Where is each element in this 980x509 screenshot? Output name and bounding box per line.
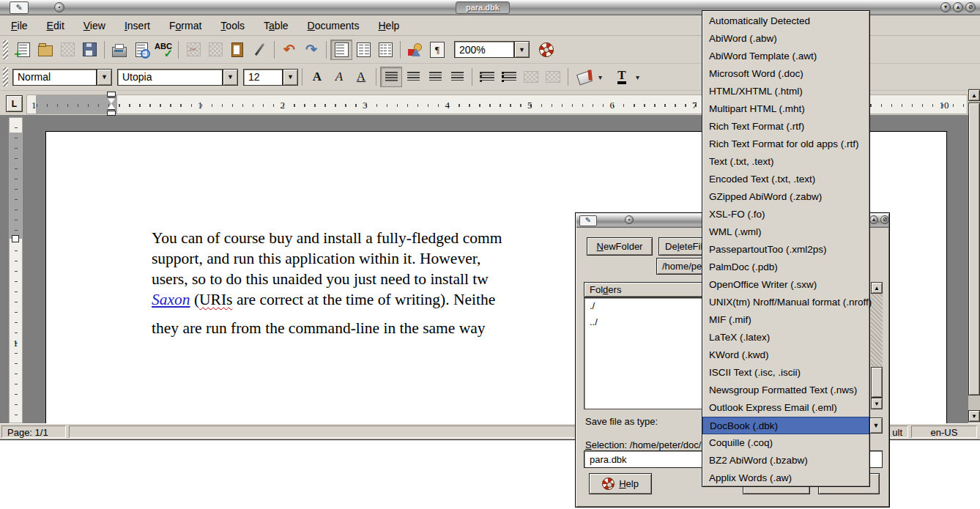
- undo-button[interactable]: ↶: [278, 40, 300, 60]
- open-button[interactable]: [34, 40, 56, 60]
- font-size-dropdown-button[interactable]: ▼: [283, 69, 298, 86]
- format-option[interactable]: BZ2 AbiWord (.bzabw): [702, 452, 869, 469]
- zoom-input[interactable]: 200%: [454, 41, 514, 58]
- format-option[interactable]: HTML/XHTML (.html): [702, 83, 869, 100]
- highlight-color-button[interactable]: [572, 67, 597, 87]
- format-option[interactable]: Multipart HTML (.mht): [702, 100, 869, 118]
- show-formatting-marks-button[interactable]: ¶: [426, 40, 448, 60]
- format-option[interactable]: LaTeX (.latex): [702, 329, 869, 346]
- font-color-dropdown-button[interactable]: ▾: [636, 73, 639, 81]
- underline-button[interactable]: A: [350, 67, 372, 87]
- one-column-button[interactable]: [330, 40, 352, 60]
- format-option[interactable]: AbiWord Template (.awt): [702, 48, 869, 65]
- window-menu-button[interactable]: •: [54, 2, 64, 12]
- font-dropdown-button[interactable]: ▼: [223, 69, 238, 86]
- menu-item-edit[interactable]: Edit: [37, 18, 74, 34]
- hyperlink[interactable]: Saxon: [152, 291, 190, 308]
- format-option[interactable]: Rich Text Format for old apps (.rtf): [702, 135, 869, 153]
- menu-item-view[interactable]: View: [74, 18, 115, 34]
- scroll-down-button[interactable]: ▼: [968, 410, 980, 422]
- maximize-button[interactable]: ▴: [953, 2, 963, 12]
- new-document-button[interactable]: +: [12, 40, 34, 60]
- document-text[interactable]: You can of course buy and install a full…: [152, 228, 502, 338]
- format-option[interactable]: Encoded Text (.txt, .text): [702, 171, 869, 188]
- toolbar-grip[interactable]: [3, 67, 8, 86]
- dialog-window-menu-button[interactable]: •: [625, 215, 634, 224]
- menu-item-insert[interactable]: Insert: [115, 18, 160, 34]
- paste-button[interactable]: [226, 40, 248, 60]
- file-format-dropdown[interactable]: Automatically DetectedAbiWord (.abw)AbiW…: [702, 10, 870, 487]
- three-columns-button[interactable]: [374, 40, 396, 60]
- menu-item-help[interactable]: Help: [368, 18, 409, 34]
- format-option[interactable]: Newsgroup Formatted Text (.nws): [702, 382, 869, 399]
- files-scroll-up-button[interactable]: ▲: [871, 282, 883, 294]
- align-justify-button[interactable]: [446, 67, 468, 87]
- file-type-dropdown-button[interactable]: ▼: [869, 417, 883, 434]
- menu-item-file[interactable]: File: [1, 18, 37, 34]
- minimize-button[interactable]: ▾: [940, 2, 951, 12]
- help-button[interactable]: [535, 40, 557, 60]
- format-option[interactable]: Microsoft Word (.doc): [702, 65, 869, 83]
- spellcheck-button[interactable]: ABC ✓: [152, 40, 174, 60]
- vruler-margin-marker[interactable]: [12, 235, 19, 242]
- align-center-button[interactable]: [402, 67, 424, 87]
- format-option[interactable]: WML (.wml): [702, 223, 869, 241]
- font-select[interactable]: Utopia: [117, 69, 223, 86]
- format-option[interactable]: MIF (.mif): [702, 311, 869, 329]
- insert-symbol-button[interactable]: [404, 40, 426, 60]
- format-painter-button[interactable]: [248, 40, 270, 60]
- style-select[interactable]: Normal: [12, 69, 97, 86]
- font-color-button[interactable]: T: [609, 67, 634, 87]
- dialog-maximize-button[interactable]: ▴: [869, 215, 878, 224]
- format-option[interactable]: Text (.txt, .text): [702, 153, 869, 171]
- two-columns-button[interactable]: [352, 40, 374, 60]
- menu-item-format[interactable]: Format: [160, 18, 211, 34]
- toolbar-grip[interactable]: [3, 40, 8, 59]
- format-option[interactable]: PalmDoc (.pdb): [702, 259, 869, 276]
- bold-button[interactable]: A: [306, 67, 328, 87]
- menu-item-documents[interactable]: Documents: [298, 18, 369, 34]
- new-folder-button[interactable]: New Folder: [587, 237, 653, 256]
- format-option[interactable]: Rich Text Format (.rtf): [702, 118, 869, 135]
- format-option-selected[interactable]: DocBook (.dbk): [702, 417, 869, 434]
- format-option[interactable]: OpenOffice Writer (.sxw): [702, 276, 869, 294]
- format-option[interactable]: GZipped AbiWord (.zabw): [702, 188, 869, 206]
- dialog-close-button[interactable]: ⊘: [880, 215, 889, 224]
- indent-marker[interactable]: [107, 92, 117, 121]
- italic-button[interactable]: A: [328, 67, 350, 87]
- font-size-select[interactable]: 12: [243, 69, 283, 86]
- bulleted-list-button[interactable]: [498, 67, 520, 87]
- close-button[interactable]: ⊘: [965, 2, 976, 12]
- print-button[interactable]: [108, 40, 130, 60]
- format-option[interactable]: Outlook Express Email (.eml): [702, 399, 869, 417]
- files-scroll-down-button[interactable]: ▼: [871, 398, 883, 409]
- format-option[interactable]: PassepartoutToo (.xml2ps): [702, 241, 869, 259]
- dialog-help-button[interactable]: Help: [589, 473, 652, 494]
- tab-stop-selector[interactable]: L: [6, 95, 23, 112]
- files-scrollbar-thumb[interactable]: [871, 367, 883, 398]
- format-option[interactable]: UNIX(tm) Nroff/Manual format (.nroff): [702, 294, 869, 311]
- align-right-button[interactable]: [424, 67, 446, 87]
- scroll-up-button[interactable]: ▲: [968, 89, 980, 101]
- format-option[interactable]: KWord (.kwd): [702, 346, 869, 364]
- menu-item-tools[interactable]: Tools: [211, 18, 254, 34]
- highlight-color-dropdown-button[interactable]: ▾: [598, 73, 602, 81]
- numbered-list-button[interactable]: [476, 67, 498, 87]
- align-left-button[interactable]: [380, 67, 402, 87]
- menu-item-table[interactable]: Table: [254, 18, 298, 34]
- save-as-button[interactable]: [78, 40, 100, 60]
- vertical-scrollbar[interactable]: ▲ ▼: [968, 88, 980, 423]
- redo-button[interactable]: ↷: [300, 40, 322, 60]
- zoom-dropdown-button[interactable]: ▼: [514, 41, 530, 58]
- vertical-ruler[interactable]: 1: [9, 117, 23, 423]
- print-preview-button[interactable]: [130, 40, 152, 60]
- format-option[interactable]: ISCII Text (.isc, .iscii): [702, 364, 869, 382]
- scrollbar-thumb[interactable]: [968, 103, 980, 395]
- status-language-cell[interactable]: en-US: [911, 426, 977, 438]
- format-option[interactable]: Automatically Detected: [702, 12, 869, 30]
- format-option[interactable]: Applix Words (.aw): [702, 469, 869, 487]
- style-dropdown-button[interactable]: ▼: [97, 69, 112, 86]
- format-option[interactable]: Coquille (.coq): [702, 434, 869, 452]
- format-option[interactable]: XSL-FO (.fo): [702, 206, 869, 223]
- format-option[interactable]: AbiWord (.abw): [702, 30, 869, 48]
